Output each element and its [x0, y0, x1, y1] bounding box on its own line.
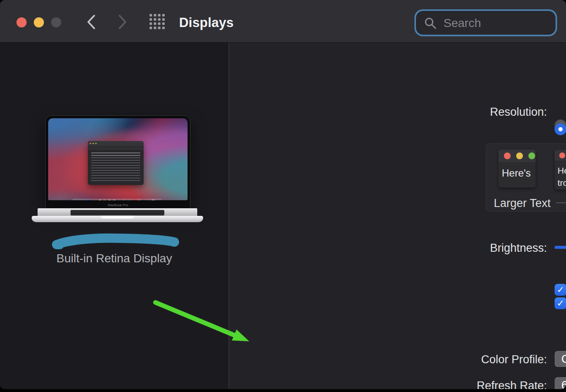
larger-text-label: Larger Text [494, 197, 551, 210]
chevron-right-icon [118, 14, 127, 30]
macbook-screen: MacBook Pro [45, 115, 190, 209]
back-button[interactable] [82, 13, 101, 31]
macos-dock [72, 199, 162, 200]
thumb-text: troublem [558, 177, 566, 189]
forward-button[interactable] [113, 13, 132, 31]
slider-fill [555, 246, 566, 249]
true-tone-row[interactable]: ✓ True Tone [555, 290, 566, 316]
minimize-button[interactable] [34, 17, 44, 27]
show-all-grid-icon[interactable] [150, 14, 166, 30]
zoom-button-disabled [51, 17, 61, 27]
displays-window: Displays [0, 0, 566, 389]
resolution-label: Resolution: [458, 106, 547, 119]
refresh-rate-value: 60 Hertz [561, 379, 566, 389]
color-profile-dropdown[interactable]: Color LCD [555, 351, 566, 367]
search-icon [424, 17, 437, 30]
macbook-wallpaper [48, 118, 188, 200]
display-name-label: Built-in Retina Display [0, 252, 229, 265]
scaled-divider [556, 202, 566, 203]
macbook-deck [38, 208, 197, 217]
settings-panel: Resolution: Default for Display Scaled H… [229, 43, 566, 389]
resolution-option-scaled[interactable]: Scaled [555, 122, 566, 136]
mini-textedit-window [88, 141, 144, 185]
brightness-label: Brightness: [458, 242, 547, 255]
thumb-text: Here's to [558, 164, 566, 177]
color-profile-label: Color Profile: [458, 353, 547, 366]
page-title: Displays [179, 15, 234, 30]
close-button[interactable] [16, 17, 27, 27]
brightness-slider[interactable] [555, 241, 566, 253]
macbook-illustration: MacBook Pro [32, 115, 203, 223]
checkbox-checked-icon[interactable]: ✓ [555, 297, 566, 309]
macbook-front-edge [32, 216, 203, 222]
color-profile-value: Color LCD [561, 353, 566, 365]
radio-selected-icon[interactable] [555, 123, 566, 135]
macbook-bezel-label: MacBook Pro [46, 203, 190, 207]
redaction-scribble [50, 233, 181, 251]
macbook-keyboard [71, 210, 164, 215]
scale-thumbnail-1[interactable]: Here's [498, 150, 536, 188]
refresh-rate-label: Refresh Rate: [458, 379, 547, 389]
search-field[interactable] [416, 11, 555, 35]
titlebar: Displays [0, 0, 566, 43]
scaled-resolution-box: Here's Here's to troublem Here's to t [486, 143, 566, 212]
search-input[interactable] [443, 11, 550, 35]
display-preview-panel: MacBook Pro Built-in Retina Display Add … [0, 43, 229, 389]
thumb-text: Here's [502, 167, 536, 179]
chevron-left-icon [87, 14, 96, 30]
refresh-rate-dropdown[interactable]: 60 Hertz [555, 377, 566, 389]
scale-thumbnail-2[interactable]: Here's to troublem [555, 150, 566, 190]
